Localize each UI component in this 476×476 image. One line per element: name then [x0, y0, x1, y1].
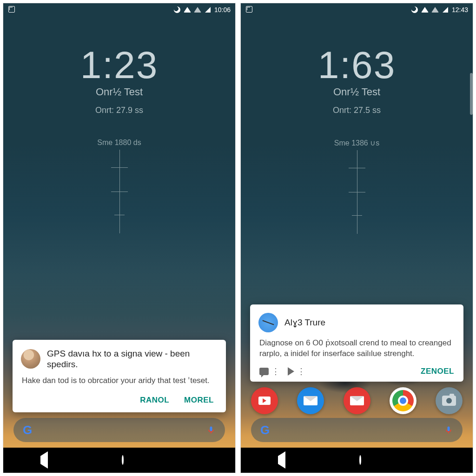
- google-logo-icon: G: [260, 423, 270, 437]
- reply-button[interactable]: ⋮: [259, 368, 279, 375]
- clock-label: Onr½ Test: [3, 86, 235, 98]
- clock-widget[interactable]: 1:63 Onr½ Test Onrt: 27.5 ss Sme 1386 ∪s: [241, 43, 473, 234]
- clock-time: 1:23: [3, 43, 235, 87]
- play-button[interactable]: ⋮: [288, 367, 305, 376]
- wifi-icon: [421, 6, 429, 13]
- clock-ticks: [241, 150, 473, 234]
- wifi-icon-2: [431, 6, 439, 13]
- gmail-app-icon[interactable]: [344, 387, 370, 414]
- clock-time: 1:63: [241, 43, 473, 87]
- voice-search-icon[interactable]: [444, 424, 453, 436]
- notification-card[interactable]: Alɣ3 Trure Diagnose on 6 O0 ṗxotsoall cr…: [250, 304, 463, 382]
- avatar: [21, 349, 40, 369]
- notification-title: GPS davıa hx to a signa view - been sped…: [47, 348, 218, 370]
- home-button[interactable]: [359, 456, 361, 464]
- notification-title: Alɣ3 Trure: [284, 317, 325, 328]
- dnd-icon: [173, 6, 181, 13]
- wifi-icon-2: [194, 6, 201, 13]
- clock-sub: Onrt: 27.5 ss: [241, 106, 473, 115]
- status-time: 12:43: [452, 6, 468, 13]
- action-ranol[interactable]: RANOL: [140, 396, 169, 405]
- youtube-app-icon[interactable]: [251, 387, 278, 414]
- app-icon: [258, 313, 278, 332]
- clock-sec: Sme 1880 ds: [3, 139, 235, 147]
- clock-ticks: [3, 150, 235, 233]
- voice-search-icon[interactable]: [206, 424, 216, 436]
- wifi-icon: [184, 6, 191, 13]
- phone-screen-right: 12:43 1:63 Onr½ Test Onrt: 27.5 ss Sme 1…: [240, 3, 473, 473]
- app-dock: [251, 387, 463, 414]
- search-bar[interactable]: G: [13, 418, 225, 442]
- chrome-app-icon[interactable]: [390, 387, 416, 414]
- back-button[interactable]: [40, 456, 48, 464]
- signal-icon: [442, 6, 449, 13]
- notification-card[interactable]: GPS davıa hx to a signa view - been sped…: [13, 340, 226, 412]
- nav-bar: [241, 448, 473, 473]
- clock-widget[interactable]: 1:23 Onr½ Test Onrt: 27.9 ss Sme 1880 ds: [3, 43, 235, 233]
- notification-body: Hake dan tod is to obrcatior your aridy …: [22, 376, 217, 386]
- clock-label: Onr½ Test: [241, 86, 473, 98]
- nav-bar: [3, 448, 235, 473]
- notification-body: Diagnose on 6 O0 ṗxotsoall crend to meal…: [259, 338, 454, 359]
- action-zenoel[interactable]: ZENOEL: [421, 367, 454, 376]
- phone-screen-left: 10:06 1:23 Onr½ Test Onrt: 27.9 ss Sme 1…: [3, 3, 236, 473]
- google-logo-icon: G: [23, 423, 32, 437]
- cast-icon: [8, 6, 15, 13]
- signal-icon: [204, 6, 212, 13]
- mail-app-icon[interactable]: [297, 387, 324, 414]
- search-bar[interactable]: G: [251, 418, 463, 442]
- home-button[interactable]: [122, 456, 124, 464]
- clock-sub: Onrt: 27.9 ss: [3, 106, 235, 115]
- status-bar[interactable]: 12:43: [241, 3, 473, 16]
- back-button[interactable]: [278, 456, 285, 464]
- clock-sec: Sme 1386 ∪s: [241, 139, 473, 147]
- camera-app-icon[interactable]: [436, 387, 463, 414]
- scroll-indicator: [470, 73, 473, 115]
- cast-icon: [245, 6, 253, 13]
- action-morel[interactable]: MOREL: [184, 396, 214, 405]
- dnd-icon: [411, 6, 418, 13]
- status-time: 10:06: [214, 6, 231, 13]
- status-bar[interactable]: 10:06: [3, 3, 235, 16]
